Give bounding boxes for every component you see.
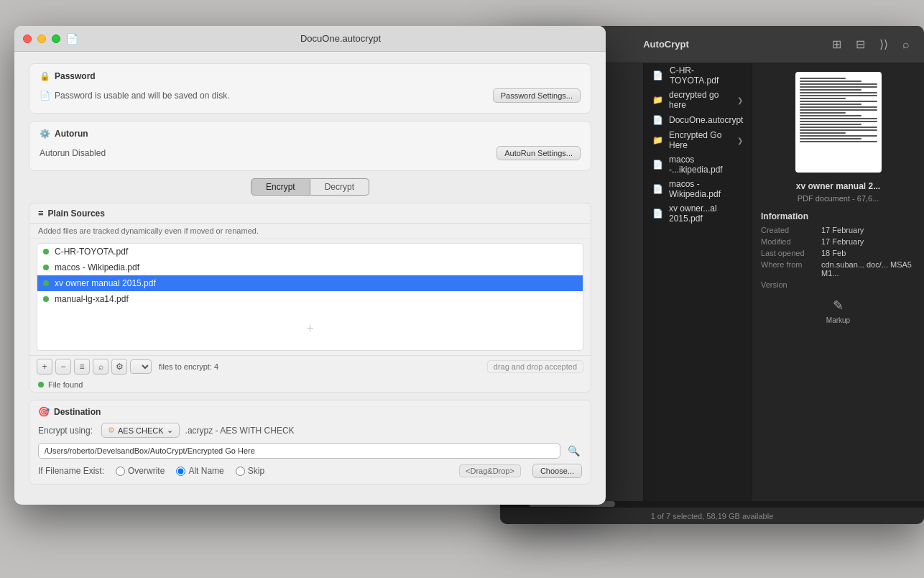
chevron-down-icon: ⌄ (167, 426, 173, 435)
where-from-label: Where from (761, 260, 818, 277)
autorun-row: Autorun Disabled AutoRun Settings... (40, 143, 581, 163)
file-name-2: DocuOne.autocrypt (669, 115, 743, 125)
source-name-3: manual-lg-xa14.pdf (55, 294, 129, 304)
version-label: Version (761, 280, 818, 289)
overwrite-option[interactable]: Overwrite (116, 466, 165, 476)
decrypt-tab[interactable]: Decrypt (310, 178, 369, 196)
preview-line (800, 83, 877, 85)
file-icon: 📄 (40, 91, 50, 101)
alt-name-radio[interactable] (176, 467, 185, 476)
preview-last-opened-row: Last opened 18 Feb (761, 249, 915, 257)
skip-option[interactable]: Skip (236, 466, 264, 476)
source-item-1[interactable]: macos - Wikipedia.pdf (37, 260, 583, 275)
status-dot-1 (43, 265, 49, 270)
source-item-0[interactable]: C-HR-TOYOTA.pdf (37, 244, 583, 260)
overwrite-label: Overwrite (128, 466, 165, 476)
folder-icon-3: 📁 (652, 134, 663, 146)
alt-name-label: Alt Name (188, 466, 223, 476)
source-dropdown[interactable] (130, 359, 152, 374)
encrypt-tab[interactable]: Encrypt (251, 178, 310, 196)
encrypt-method-dropdown[interactable]: ⚙ AES CHECK ⌄ (101, 423, 180, 438)
file-item-5[interactable]: 📄 macos - Wikipedia.pdf (644, 177, 752, 201)
destination-title: Destination (54, 407, 101, 417)
sources-block: ≡ Plain Sources Added files are tracked … (29, 203, 591, 393)
finder-preview-panel: xv owner manual 2... PDF document - 67,6… (752, 63, 924, 501)
file-found-row: File found (29, 377, 591, 392)
overwrite-radio[interactable] (116, 467, 125, 476)
list-icon: ≡ (38, 208, 44, 219)
gear-icon: ⚙ (108, 426, 115, 435)
markup-action[interactable]: ✎ Markup (826, 298, 850, 324)
preview-line (800, 95, 877, 96)
search-sources-button[interactable]: ⌕ (93, 359, 108, 375)
autorun-settings-button[interactable]: AutoRun Settings... (496, 146, 581, 160)
list-view-button[interactable]: ≡ (74, 359, 90, 375)
file-name-1: decrypted go here (669, 90, 731, 110)
skip-radio[interactable] (236, 467, 245, 476)
autocrypt-icon: 📄 (652, 114, 663, 126)
source-item-3[interactable]: manual-lg-xa14.pdf (37, 291, 583, 307)
file-item-3[interactable]: 📁 Encrypted Go Here ❯ (644, 128, 752, 152)
preview-line (800, 78, 846, 79)
browse-destination-button[interactable]: 🔍 (565, 442, 582, 459)
encrypt-decrypt-tabs: Encrypt Decrypt (29, 178, 591, 196)
nav-forward-icon[interactable]: ⟩⟩ (877, 35, 891, 54)
last-opened-value: 18 Feb (821, 249, 915, 257)
search-icon[interactable]: ⌕ (900, 35, 913, 54)
preview-line (800, 109, 877, 111)
status-dot-2 (43, 280, 49, 286)
add-source-button[interactable]: + (37, 359, 52, 375)
password-title: Password (55, 71, 96, 81)
preview-line (800, 141, 877, 142)
preview-line (800, 124, 861, 125)
sources-note: Added files are tracked dynamically even… (29, 224, 591, 239)
status-dot-3 (43, 296, 49, 302)
sources-list: C-HR-TOYOTA.pdf macos - Wikipedia.pdf xv… (37, 243, 583, 351)
zoom-button[interactable] (52, 35, 60, 43)
preview-modified-row: Modified 17 February (761, 237, 915, 246)
pdf-icon-4: 📄 (652, 159, 663, 170)
minimize-button[interactable] (37, 35, 46, 43)
source-item-2[interactable]: xv owner manual 2015.pdf (37, 275, 583, 291)
source-name-2: xv owner manual 2015.pdf (55, 278, 156, 288)
file-item-0[interactable]: 📄 C-HR-TOYOTA.pdf (644, 63, 752, 88)
preview-version-row: Version (761, 280, 915, 289)
alt-name-option[interactable]: Alt Name (176, 466, 223, 476)
modal-title: DocuOne.autocrypt (84, 33, 597, 44)
pdf-icon-6: 📄 (652, 208, 663, 219)
remove-source-button[interactable]: − (55, 359, 71, 375)
created-label: Created (761, 226, 818, 234)
password-note: 📄 Password is usable and will be saved o… (40, 91, 229, 101)
last-opened-label: Last opened (761, 249, 818, 257)
destination-path-input[interactable] (38, 443, 560, 459)
drag-drop-here-label: <Drag&Drop> (459, 464, 521, 477)
file-item-1[interactable]: 📁 decrypted go here ❯ (644, 88, 752, 112)
chevron-right-icon: ❯ (737, 96, 743, 104)
if-filename-label: If Filename Exist: (38, 466, 104, 476)
preview-where-from-row: Where from cdn.suban... doc/... MSA5M1..… (761, 260, 915, 277)
autorun-icon: ⚙️ (40, 129, 50, 139)
file-item-6[interactable]: 📄 xv owner...al 2015.pdf (644, 201, 752, 226)
skip-label: Skip (248, 466, 264, 476)
close-button[interactable] (23, 35, 32, 43)
drag-drop-label: drag and drop accepted (487, 360, 583, 373)
where-from-value: cdn.suban... doc/... MSA5M1... (821, 260, 915, 277)
autorun-title: Autorun (55, 129, 88, 139)
file-name-5: macos - Wikipedia.pdf (669, 179, 743, 199)
file-item-4[interactable]: 📄 macos -...ikipedia.pdf (644, 152, 752, 177)
settings-source-button[interactable]: ⚙ (111, 359, 127, 375)
choose-button[interactable]: Choose... (532, 464, 582, 478)
column-view-icon[interactable]: ⊞ (829, 35, 844, 54)
password-settings-button[interactable]: Password Settings... (493, 88, 581, 103)
file-item-2[interactable]: 📄 DocuOne.autocrypt (644, 112, 752, 128)
preview-line (800, 112, 846, 114)
view-options-icon[interactable]: ⊟ (853, 35, 868, 54)
preview-line (800, 135, 877, 137)
preview-line (800, 127, 877, 128)
destination-block: 🎯 Destination Encrypt using: ⚙ AES CHECK… (29, 400, 591, 485)
preview-content (800, 78, 877, 144)
destination-path-row: 🔍 (38, 442, 582, 459)
source-name-1: macos - Wikipedia.pdf (55, 262, 139, 272)
password-header: 🔒 Password (40, 71, 581, 81)
modified-value: 17 February (821, 237, 915, 246)
